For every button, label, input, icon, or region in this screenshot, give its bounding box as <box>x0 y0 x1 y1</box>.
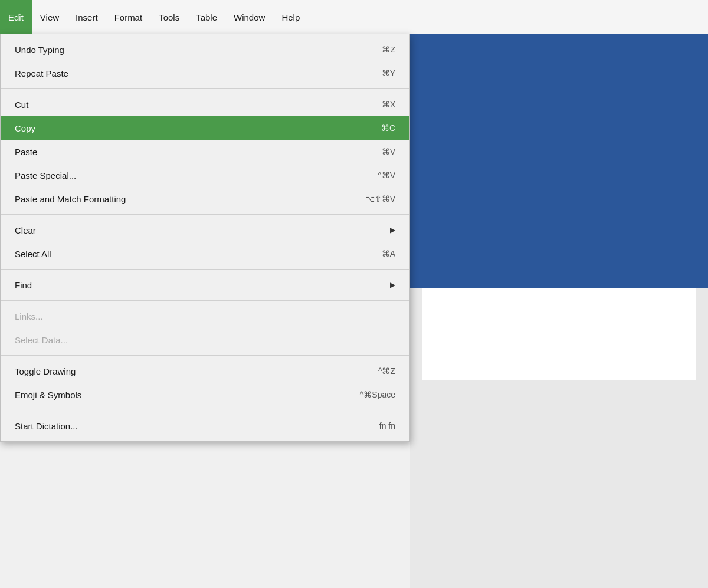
menu-section-clipboard: Cut ⌘X Copy ⌘C Paste ⌘V Paste Special...… <box>1 89 409 215</box>
menu-item-cut[interactable]: Cut ⌘X <box>1 93 409 116</box>
menu-item-paste-special[interactable]: Paste Special... ^⌘V <box>1 163 409 187</box>
menu-section-select: Clear ▶ Select All ⌘A <box>1 215 409 270</box>
menu-item-undo-typing[interactable]: Undo Typing ⌘Z <box>1 38 409 61</box>
menu-item-clear[interactable]: Clear ▶ <box>1 218 409 242</box>
menu-item-find[interactable]: Find ▶ <box>1 273 409 297</box>
menu-section-drawing: Toggle Drawing ^⌘Z Emoji & Symbols ^⌘Spa… <box>1 356 409 410</box>
menu-section-undo: Undo Typing ⌘Z Repeat Paste ⌘Y <box>1 34 409 89</box>
ribbon-area <box>410 34 708 288</box>
menu-item-select-data: Select Data... <box>1 328 409 352</box>
menu-item-emoji-symbols[interactable]: Emoji & Symbols ^⌘Space <box>1 383 409 406</box>
menu-section-links: Links... Select Data... <box>1 301 409 356</box>
edit-dropdown-menu: Undo Typing ⌘Z Repeat Paste ⌘Y Cut ⌘X Co… <box>0 34 410 442</box>
dropdown-overlay: Undo Typing ⌘Z Repeat Paste ⌘Y Cut ⌘X Co… <box>0 0 410 588</box>
menu-section-dictation: Start Dictation... fn fn <box>1 410 409 441</box>
menu-item-select-all[interactable]: Select All ⌘A <box>1 242 409 265</box>
menu-item-paste[interactable]: Paste ⌘V <box>1 140 409 163</box>
menu-section-find: Find ▶ <box>1 270 409 301</box>
menu-item-start-dictation[interactable]: Start Dictation... fn fn <box>1 414 409 438</box>
menu-item-copy[interactable]: Copy ⌘C <box>1 116 409 140</box>
menu-item-links: Links... <box>1 304 409 328</box>
menu-item-repeat-paste[interactable]: Repeat Paste ⌘Y <box>1 61 409 85</box>
menu-item-toggle-drawing[interactable]: Toggle Drawing ^⌘Z <box>1 359 409 383</box>
menu-item-paste-match[interactable]: Paste and Match Formatting ⌥⇧⌘V <box>1 187 409 211</box>
